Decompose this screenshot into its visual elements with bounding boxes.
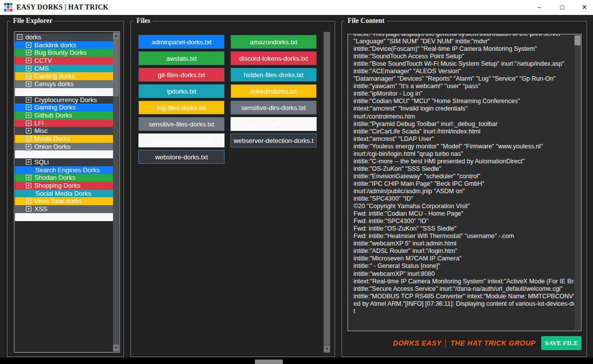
file-button-various-iot-devices-dorks-txt[interactable]: various-iot-devices-dorks.txt xyxy=(231,117,317,131)
tree-item-wordpress-dorks[interactable]: +wordpress dorks xyxy=(15,213,114,221)
file-button-git-files-dorks-txt[interactable]: git-files-dorks.txt xyxy=(138,68,225,82)
files-scrollbar[interactable]: ▼ xyxy=(324,32,330,353)
tree-item-onion-dorks[interactable]: +Onion Dorks xyxy=(15,143,114,151)
file-content-textbox[interactable]: intext:"This page displays the general s… xyxy=(348,34,582,331)
expand-icon[interactable]: + xyxy=(26,121,31,126)
maximize-button[interactable]: □ xyxy=(552,0,572,15)
expand-icon[interactable]: + xyxy=(26,74,31,79)
tree-item-rat[interactable]: +RAT xyxy=(15,150,114,158)
tree-scrollbar-thumb[interactable] xyxy=(113,39,119,97)
expand-icon[interactable]: + xyxy=(26,66,31,71)
file-button-webstore-dorks-txt[interactable]: webstore-dorks.txt xyxy=(138,150,225,164)
files-scrollbar-thumb[interactable] xyxy=(324,32,330,345)
tree-item-label: CMS xyxy=(34,65,49,72)
expand-icon[interactable]: + xyxy=(26,97,31,103)
tree-item-sqli[interactable]: +SQLi xyxy=(15,158,114,166)
expand-icon[interactable]: + xyxy=(26,159,31,165)
tree-root-item[interactable]: −dorks xyxy=(15,33,114,41)
tree-item-cloud-instance-dorks[interactable]: +Cloud Instance Dorks xyxy=(15,88,114,96)
file-button-adminpanel-dorks-txt[interactable]: adminpanel-dorks.txt xyxy=(138,35,225,49)
content-line: intitle:"MODBUS TCP RS485 Converter" int… xyxy=(354,293,574,300)
tree-item-shopping-dorks[interactable]: +Shopping Dorks xyxy=(15,182,114,190)
expand-icon[interactable]: + xyxy=(26,89,31,95)
content-line: intext:"amcrest" "LDAP User" xyxy=(354,135,574,143)
file-button-web-server-dorks-txt[interactable]: web-server-dorks.txt xyxy=(138,133,225,147)
tree-item-bug-bounty-dorks[interactable]: +Bug Bounty Dorks xyxy=(15,49,114,57)
files-scrollbar-down-icon[interactable]: ▼ xyxy=(324,346,330,353)
file-button-amazondorks-txt[interactable]: amazondorks.txt xyxy=(231,35,317,49)
content-line: intitle:" - General Status [none]" xyxy=(354,262,574,270)
content-line: "Datamanager" "Devices" "Reports" "Alarm… xyxy=(354,75,574,83)
tree-scrollbar-down-icon[interactable]: ▼ xyxy=(113,345,119,352)
expand-icon[interactable]: + xyxy=(26,105,31,110)
expand-icon[interactable]: + xyxy=(26,151,31,157)
file-button-awstats-txt[interactable]: awstats.txt xyxy=(138,51,225,65)
content-scrollbar-track[interactable] xyxy=(575,35,581,330)
tree-item-movie-dorks[interactable]: +Movie Dorks xyxy=(15,135,114,143)
tree-item-virus-total-dorks[interactable]: +Virus Total dorks xyxy=(15,197,114,205)
file-button-ipdorks-txt[interactable]: ipdorks.txt xyxy=(138,84,225,98)
tree-item-label: Misc xyxy=(34,127,48,134)
tree-item-label: Social Media Dorks xyxy=(35,190,91,197)
content-line: ed by Atmel ARM."[INFO] [07:36:11]: Disp… xyxy=(354,300,574,308)
tree-item-cryptocurrency-dorks[interactable]: +Cryptocurrency Dorks xyxy=(15,96,114,104)
content-scrollbar-thumb[interactable] xyxy=(575,35,581,45)
tree-item-cctv[interactable]: +CCTV xyxy=(15,57,114,65)
file-button-hidden-files-dorks-txt[interactable]: hidden-files-dorks.txt xyxy=(231,68,317,82)
expand-icon[interactable]: + xyxy=(26,113,31,118)
tree-item-gaming-dorks[interactable]: +Gaming Dorks xyxy=(15,104,114,112)
file-button-log-files-dorks-txt[interactable]: log-files-dorks.txt xyxy=(138,101,225,115)
tree-item-label: LFI xyxy=(34,120,44,127)
title-bar: EASY DORKS | HAT TRICK – □ ✕ xyxy=(0,0,593,15)
tree-item-backlink-dorks[interactable]: +Backlink dorks xyxy=(15,41,114,49)
tree-item-lfi[interactable]: +LFI xyxy=(15,120,114,127)
file-button-sensitive-files-dorks-txt[interactable]: sensitive-files-dorks.txt xyxy=(138,117,225,131)
tree-item-misc[interactable]: +Misc xyxy=(15,127,114,135)
content-line: intitle:"webcamXP" inurl:8080 xyxy=(354,270,574,278)
expand-icon[interactable]: + xyxy=(26,50,31,55)
file-button-linkedindorks-txt[interactable]: linkedindorks.txt xyxy=(231,84,317,98)
expand-icon[interactable]: + xyxy=(26,206,31,212)
expand-icon[interactable]: + xyxy=(26,199,31,204)
content-line: intitle:"webcamXP 5" inurl:admin.html xyxy=(354,240,574,247)
expand-icon[interactable]: + xyxy=(26,58,31,63)
tree-scrollbar-up-icon[interactable]: ▲ xyxy=(113,32,119,39)
file-button-webserver-detection-dorks-t[interactable]: webserver-detection-dorks.t xyxy=(231,133,317,147)
tree-scrollbar[interactable]: ▲ ▼ xyxy=(113,32,119,352)
window-hscrollbar-thumb[interactable] xyxy=(255,360,283,364)
app-logo-icon xyxy=(4,3,13,12)
tree-item-label: Carding dorks xyxy=(34,72,75,80)
file-content-label: File Content xyxy=(345,17,387,25)
tree-item-shodan-dorks[interactable]: +Shodan Dorks xyxy=(15,174,114,182)
expand-icon[interactable]: + xyxy=(26,183,31,188)
expand-icon[interactable]: + xyxy=(26,42,31,48)
content-line: ©20 "Copyright Yamaha Corporation Visit" xyxy=(354,203,574,210)
collapse-icon[interactable]: − xyxy=(17,34,22,40)
tree-item-social-media-dorks[interactable]: Social Media Dorks xyxy=(15,190,114,198)
tree-item-label: dorks xyxy=(25,33,41,41)
tree-item-cms[interactable]: +CMS xyxy=(15,65,114,73)
tree-item-xss[interactable]: +XSS xyxy=(15,205,114,213)
content-scrollbar[interactable] xyxy=(575,35,581,330)
content-line: Fwd: intitle:"Heatmiser Wifi Thermostat"… xyxy=(354,233,574,240)
expand-icon[interactable]: + xyxy=(26,128,31,133)
minimize-button[interactable]: – xyxy=(529,0,549,15)
tree: −dorks+Backlink dorks+Bug Bounty Dorks+C… xyxy=(14,31,120,353)
expand-icon[interactable]: + xyxy=(26,214,31,220)
expand-icon[interactable]: + xyxy=(26,144,31,149)
tree-item-label: Cloud Instance Dorks xyxy=(34,88,96,96)
tree-item-label: Censys dorks xyxy=(34,80,74,88)
tree-item-github-dorks[interactable]: +Github Dorks xyxy=(15,112,114,120)
close-button[interactable]: ✕ xyxy=(575,0,593,15)
expand-icon[interactable]: + xyxy=(26,81,31,87)
file-button-discord-tokens-dorks-txt[interactable]: discord-tokens-dorks.txt xyxy=(231,51,317,65)
tree-item-censys-dorks[interactable]: +Censys dorks xyxy=(15,80,114,88)
tree-item-search-engines-dorks[interactable]: Search Engines Dorks xyxy=(15,166,114,174)
expand-icon[interactable]: + xyxy=(26,175,31,180)
expand-icon[interactable]: + xyxy=(26,136,31,141)
tree-item-label: SQLi xyxy=(34,158,49,166)
file-button-sensitive-dirs-dorks-txt[interactable]: sensitive-dirs-dorks.txt xyxy=(231,101,317,115)
save-file-button[interactable]: SAVE FILE xyxy=(541,336,582,350)
tree-item-carding-dorks[interactable]: +Carding dorks xyxy=(15,72,114,80)
content-line: intitle:"ADSL Router" inurl:"/login.htm" xyxy=(354,247,574,255)
